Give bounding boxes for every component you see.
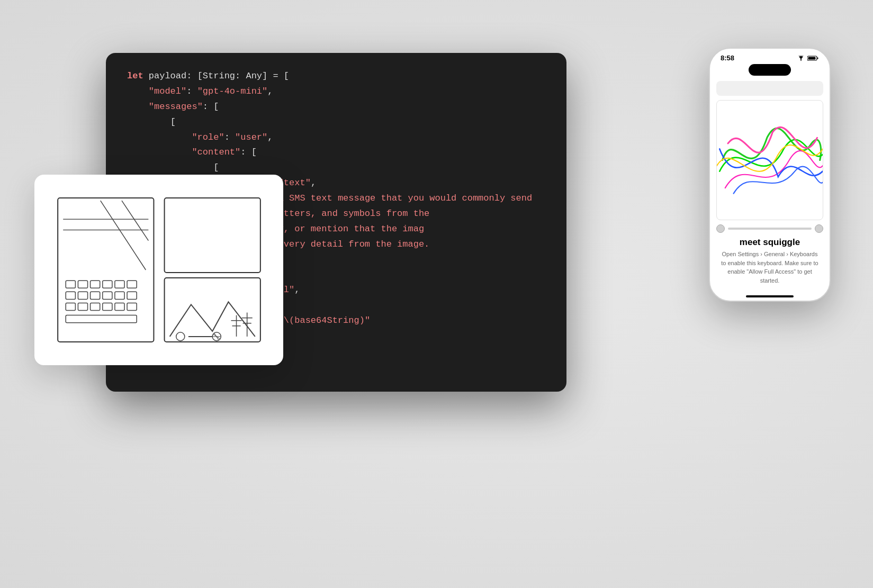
- svg-rect-15: [66, 303, 75, 310]
- svg-rect-1: [164, 198, 260, 273]
- svg-rect-14: [127, 292, 137, 299]
- svg-rect-8: [127, 281, 137, 288]
- slider-dot-right: [815, 224, 823, 233]
- slider-row: [716, 224, 823, 233]
- squiggle-drawing: [717, 101, 823, 220]
- dynamic-island: [749, 64, 791, 76]
- svg-rect-41: [808, 57, 816, 59]
- svg-rect-11: [90, 292, 100, 299]
- canvas-area: [716, 100, 823, 220]
- svg-rect-40: [817, 57, 818, 59]
- iphone-app-content: meet squiggle Open Settings › General › …: [710, 79, 830, 291]
- svg-rect-19: [114, 303, 124, 310]
- home-indicator: [746, 295, 794, 297]
- slider-dot-left: [716, 224, 725, 233]
- slider-track: [728, 228, 812, 230]
- svg-rect-12: [102, 292, 112, 299]
- svg-point-38: [800, 60, 802, 61]
- status-bar: 8:58: [710, 49, 830, 64]
- status-icons: [797, 56, 819, 61]
- svg-rect-16: [78, 303, 87, 310]
- svg-line-24: [100, 201, 146, 270]
- svg-rect-20: [127, 303, 137, 310]
- svg-rect-9: [66, 292, 75, 299]
- svg-rect-13: [114, 292, 124, 299]
- app-description: Open Settings › General › Keyboards to e…: [716, 250, 823, 285]
- svg-rect-21: [66, 315, 137, 323]
- sketch-card: [34, 175, 283, 365]
- wireframe-sketch: [47, 184, 271, 356]
- search-bar: [716, 81, 823, 96]
- svg-rect-6: [102, 281, 112, 288]
- svg-rect-4: [78, 281, 87, 288]
- svg-line-25: [122, 201, 148, 241]
- svg-rect-7: [114, 281, 124, 288]
- battery-icon: [807, 56, 819, 61]
- iphone-mockup: 8:58: [709, 48, 831, 302]
- svg-rect-17: [90, 303, 100, 310]
- svg-rect-5: [90, 281, 100, 288]
- wifi-icon: [797, 56, 805, 61]
- time-display: 8:58: [721, 54, 734, 62]
- svg-rect-10: [78, 292, 87, 299]
- svg-rect-18: [102, 303, 112, 310]
- svg-rect-3: [66, 281, 75, 288]
- svg-point-32: [176, 332, 184, 341]
- app-name: meet squiggle: [740, 237, 800, 248]
